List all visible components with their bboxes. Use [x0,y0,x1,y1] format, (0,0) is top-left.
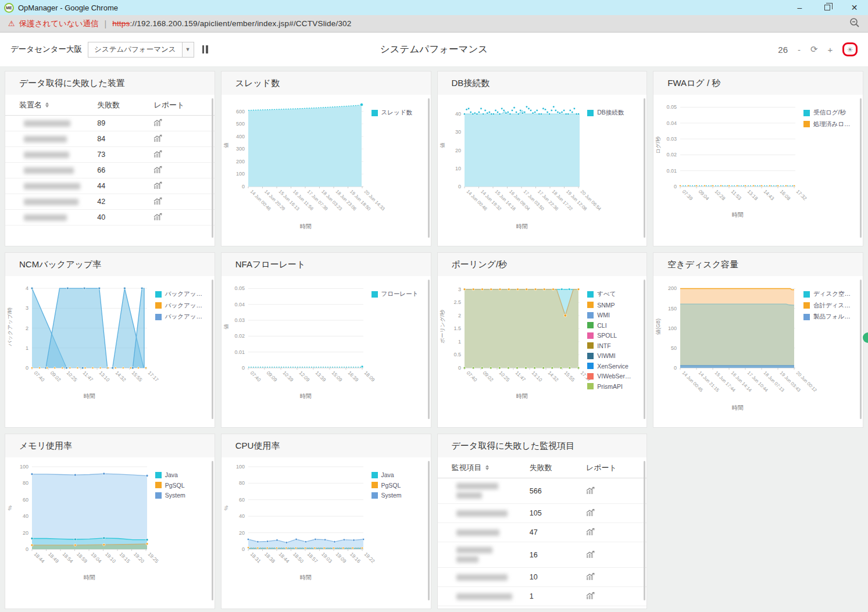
legend-item[interactable]: PgSQL [155,482,212,489]
sort-icon[interactable] [45,102,49,108]
widget-scrollbar[interactable] [212,280,213,419]
report-chart-icon[interactable] [153,134,163,144]
widget-failed-devices: データ取得に失敗した装置装置名失敗数レポート89847366444240 [5,71,215,246]
legend-item[interactable]: バックアッ… [155,313,212,321]
legend-item[interactable]: System [372,492,428,499]
legend-item[interactable]: バックアッ… [155,290,212,298]
svg-text:18:09: 18:09 [363,370,376,382]
failure-count-cell: 10 [530,573,586,581]
legend-item[interactable]: 受信ログ/秒 [803,109,860,117]
legend-swatch-icon [155,492,162,499]
legend-item[interactable]: Java [372,471,428,478]
legend-item[interactable]: 製品フォル… [803,313,860,321]
report-chart-icon[interactable] [586,550,595,560]
report-chart-icon[interactable] [153,166,163,175]
window-title: OpManager - Google Chrome [18,3,118,12]
legend-item[interactable]: フローレート [372,290,428,298]
sort-icon[interactable] [485,465,489,471]
legend-item[interactable]: SNMP [587,302,644,309]
device-name-cell [5,120,97,127]
brightness-icon[interactable]: ☀ [846,45,853,54]
report-chart-icon[interactable] [586,572,595,582]
legend-item[interactable]: 合計ディス… [803,302,860,310]
legend-item[interactable]: XenService [587,363,644,370]
dashboard-select[interactable]: システムパフォーマンス ▼ [88,42,194,58]
legend-label: 処理済みロ… [813,120,851,128]
legend-item[interactable]: DB接続数 [587,109,644,117]
legend-item[interactable]: System [155,492,212,499]
legend-item[interactable]: PrismAPI [587,383,644,390]
legend-item[interactable]: バックアッ… [155,302,212,310]
svg-text:60: 60 [239,497,245,503]
security-warning-text[interactable]: 保護されていない通信 [19,19,99,29]
report-chart-icon[interactable] [586,592,595,601]
zoom-out-icon[interactable] [849,17,860,30]
widget-scrollbar[interactable] [644,461,645,600]
svg-text:19:16: 19:16 [349,551,362,564]
widget-db-connections: DB接続数01020304014 Jun 00:4614 Jun 19:3215… [437,71,648,246]
report-chart-icon[interactable] [586,528,595,537]
table-row: 47 [438,523,647,542]
url-text[interactable]: https://192.168.200.159/apiclient/ember/… [112,19,351,28]
legend-item[interactable]: PgSQL [372,482,428,489]
svg-text:14:32: 14:32 [546,370,559,382]
legend-item[interactable]: Java [155,471,212,478]
legend-item[interactable]: INTF [587,342,644,349]
failure-count-cell: 84 [97,135,153,143]
failure-count-cell: 16 [530,551,586,559]
legend-item[interactable]: VIWMI [587,352,644,359]
report-chart-icon[interactable] [153,150,163,159]
widget-scrollbar[interactable] [428,280,430,419]
svg-text:11:47: 11:47 [514,370,527,382]
legend-label: Java [165,471,178,478]
widget-scrollbar[interactable] [428,98,430,238]
svg-text:値: 値 [223,143,229,148]
legend-item[interactable]: CLI [587,322,644,329]
restore-button[interactable] [813,0,841,15]
failure-count-cell: 42 [97,198,153,206]
close-button[interactable]: ✕ [841,0,868,15]
svg-text:400: 400 [236,134,245,139]
minimize-button[interactable]: – [786,0,813,15]
svg-text:13:10: 13:10 [530,370,543,382]
svg-text:0: 0 [458,365,460,371]
device-name-cell [438,547,530,563]
report-cell [586,509,646,518]
widget-title: メモリ使用率 [19,441,72,452]
widget-scrollbar[interactable] [644,280,645,419]
widget-scrollbar[interactable] [212,98,213,238]
widget-scrollbar[interactable] [212,461,213,600]
report-chart-icon[interactable] [586,509,595,518]
widget-scrollbar[interactable] [860,280,862,419]
refresh-icon[interactable]: ⟳ [810,44,818,55]
legend-item[interactable]: すべて [587,290,644,298]
pause-button[interactable] [202,45,208,53]
svg-text:18:38: 18:38 [263,551,276,564]
legend-label: WMI [597,312,610,318]
report-chart-icon[interactable] [153,119,163,128]
legend-item[interactable]: 処理済みロ… [803,120,860,128]
report-chart-icon[interactable] [586,486,595,496]
legend-label: SNMP [597,302,615,309]
report-chart-icon[interactable] [153,197,163,206]
legend-item[interactable]: WMI [587,312,644,318]
legend-swatch-icon [587,383,594,389]
legend-item[interactable]: ディスク空… [803,290,860,298]
report-chart-icon[interactable] [153,181,163,191]
legend-item[interactable]: VIWebSer… [587,373,644,380]
legend-item[interactable]: スレッド数 [372,109,428,117]
security-warning-icon[interactable]: ⚠ [8,19,15,28]
widget-scrollbar[interactable] [644,98,645,238]
widget-scrollbar[interactable] [860,98,862,238]
column-header-name[interactable]: 監視項目 [438,463,530,473]
svg-text:13:39: 13:39 [314,370,327,382]
increase-button[interactable]: + [828,45,833,55]
report-chart-icon[interactable] [153,213,163,222]
address-bar[interactable]: ⚠ 保護されていない通信 | https://192.168.200.159/a… [0,15,868,33]
decrease-button[interactable]: - [798,45,801,55]
column-header-name[interactable]: 装置名 [5,100,97,110]
legend-item[interactable]: SPOLL [587,332,644,339]
chevron-down-icon[interactable]: ▼ [182,42,194,57]
column-header-report: レポート [586,463,646,473]
widget-scrollbar[interactable] [428,461,430,600]
